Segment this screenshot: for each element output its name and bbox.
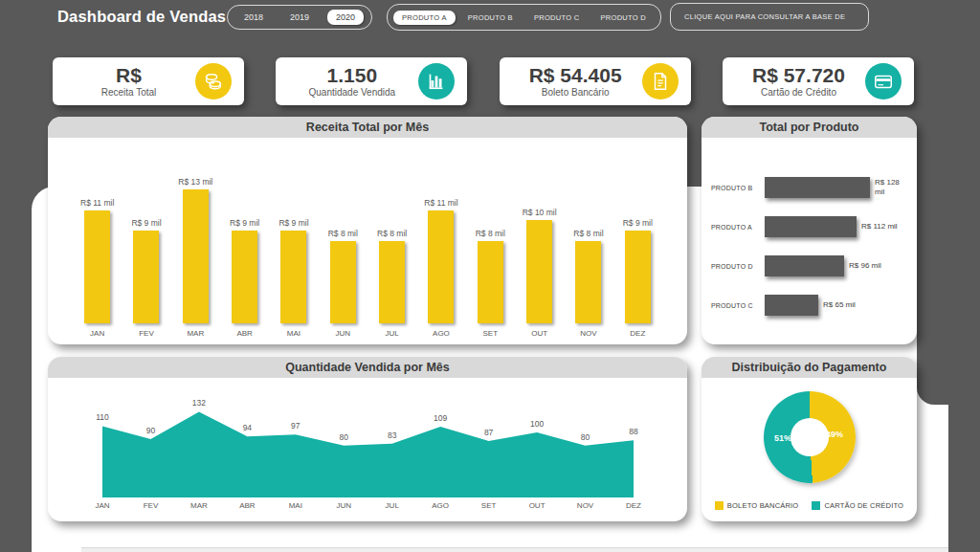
product-button-produto-c[interactable]: PRODUTO C bbox=[525, 11, 589, 25]
consult-database-button[interactable]: CLIQUE AQUI PARA CONSULTAR A BASE DE bbox=[670, 3, 869, 31]
month-label: MAR bbox=[190, 501, 208, 510]
bar-value-label: R$ 8 mil bbox=[476, 229, 505, 238]
month-label: DEZ bbox=[630, 329, 645, 341]
legend-item-cart-o-de-cr-dito: CARTÃO DE CRÉDITO bbox=[812, 501, 903, 510]
month-label: JUN bbox=[336, 329, 351, 341]
area-value-label: 132 bbox=[192, 398, 206, 408]
area-value-label: 109 bbox=[434, 413, 447, 423]
product-value-label: R$ 65 mil bbox=[823, 300, 856, 310]
bar-value-label: R$ 8 mil bbox=[377, 229, 407, 238]
bar-column-mai: R$ 9 milMAI bbox=[269, 218, 318, 341]
revenue-bar[interactable] bbox=[280, 231, 306, 323]
kpi-label: Receita Total bbox=[62, 87, 195, 98]
right-margin-patch bbox=[917, 187, 980, 405]
revenue-chart-panel: Receita Total por Mês R$ 11 milJANR$ 9 m… bbox=[48, 117, 687, 344]
month-label: NOV bbox=[580, 329, 596, 341]
credit-card-icon bbox=[865, 63, 902, 99]
bar-value-label: R$ 10 mil bbox=[523, 208, 557, 217]
page-title: Dashboard de Vendas bbox=[57, 8, 226, 26]
month-label: SET bbox=[481, 501, 497, 510]
year-button-2020[interactable]: 2020 bbox=[327, 10, 364, 25]
product-bar[interactable] bbox=[765, 177, 870, 198]
product-bar[interactable] bbox=[765, 255, 844, 276]
bar-column-abr: R$ 9 milABR bbox=[220, 218, 269, 341]
product-bar[interactable] bbox=[765, 216, 857, 237]
kpi-text: R$Receita Total bbox=[53, 65, 195, 98]
legend-swatch bbox=[715, 501, 724, 510]
bar-value-label: R$ 8 mil bbox=[573, 229, 603, 238]
bar-column-jul: R$ 8 milJUL bbox=[368, 229, 416, 341]
revenue-bar[interactable] bbox=[232, 231, 257, 323]
year-button-2018[interactable]: 2018 bbox=[235, 10, 272, 25]
month-label: OUT bbox=[529, 501, 546, 510]
area-value-label: 80 bbox=[581, 432, 590, 442]
revenue-bar[interactable] bbox=[133, 231, 159, 323]
year-button-2019[interactable]: 2019 bbox=[281, 10, 318, 25]
quantity-chart-panel: Quantidade Vendida por Mês 110JAN90FEV13… bbox=[48, 357, 687, 521]
quantity-area-series[interactable] bbox=[61, 407, 674, 497]
month-label: FEV bbox=[139, 329, 154, 341]
month-label: JUN bbox=[336, 501, 351, 510]
coins-icon bbox=[195, 63, 232, 99]
kpi-value: R$ bbox=[62, 65, 195, 86]
area-value-label: 87 bbox=[484, 428, 493, 437]
product-button-produto-d[interactable]: PRODUTO D bbox=[591, 11, 655, 25]
revenue-bar[interactable] bbox=[526, 220, 552, 323]
revenue-bar[interactable] bbox=[84, 210, 110, 323]
area-value-label: 110 bbox=[96, 412, 109, 422]
month-label: JUL bbox=[386, 501, 399, 510]
revenue-bar[interactable] bbox=[330, 241, 356, 323]
area-value-label: 88 bbox=[629, 427, 637, 436]
product-row-produto-b: PRODUTO BR$ 128 mil bbox=[711, 176, 909, 199]
revenue-bar[interactable] bbox=[478, 241, 503, 323]
area-value-label: 100 bbox=[530, 419, 544, 429]
revenue-bar[interactable] bbox=[625, 231, 651, 323]
kpi-text: 1.150Quantidade Vendida bbox=[276, 65, 418, 98]
donut-chart[interactable]: 49%51% bbox=[764, 391, 856, 483]
product-label: PRODUTO C bbox=[711, 302, 765, 309]
payment-chart-title: Distribuição do Pagamento bbox=[702, 357, 917, 378]
month-label: NOV bbox=[577, 501, 593, 510]
area-chart: 110JAN90FEV132MAR94ABR97MAI80JUN83JUL109… bbox=[61, 378, 674, 521]
month-label: MAI bbox=[287, 329, 301, 341]
bar-column-out: R$ 10 milOUT bbox=[515, 208, 564, 341]
kpi-card-quantidade-vendida: 1.150Quantidade Vendida bbox=[276, 57, 467, 105]
product-chart-panel: Total por Produto PRODUTO BR$ 128 milPRO… bbox=[702, 117, 917, 344]
bar-column-mar: R$ 13 milMAR bbox=[171, 177, 220, 341]
product-button-produto-b[interactable]: PRODUTO B bbox=[459, 11, 522, 25]
month-label: MAI bbox=[289, 501, 302, 510]
month-label: JAN bbox=[95, 501, 109, 510]
bottom-strip bbox=[81, 547, 948, 552]
bar-value-label: R$ 11 mil bbox=[80, 198, 114, 208]
revenue-chart-title: Receita Total por Mês bbox=[48, 117, 687, 138]
revenue-bar[interactable] bbox=[183, 189, 209, 323]
bar-value-label: R$ 9 mil bbox=[230, 218, 259, 228]
legend-item-boleto-banc-rio: BOLETO BANCÁRIO bbox=[715, 501, 799, 510]
product-button-produto-a[interactable]: PRODUTO A bbox=[393, 11, 456, 25]
kpi-label: Cartão de Crédito bbox=[732, 87, 865, 98]
kpi-card-cart-o-de-cr-dito: R$ 57.720Cartão de Crédito bbox=[723, 57, 914, 105]
kpi-value: 1.150 bbox=[285, 65, 418, 86]
bar-value-label: R$ 11 mil bbox=[424, 198, 457, 208]
product-bar[interactable] bbox=[765, 295, 818, 316]
month-label: ABR bbox=[236, 329, 252, 341]
product-toggle-group: PRODUTO APRODUTO BPRODUTO CPRODUTO D bbox=[387, 4, 661, 31]
area-value-label: 90 bbox=[146, 426, 155, 435]
month-label: FEV bbox=[144, 501, 159, 510]
pie-percent-label-boleto-banc-rio: 49% bbox=[826, 430, 843, 439]
product-label: PRODUTO D bbox=[711, 263, 765, 270]
top-bar: Dashboard de Vendas 201820192020 PRODUTO… bbox=[0, 0, 980, 42]
bar-column-set: R$ 8 milSET bbox=[466, 229, 515, 341]
revenue-bar[interactable] bbox=[379, 241, 405, 323]
revenue-bar[interactable] bbox=[428, 210, 454, 323]
month-label: ABR bbox=[239, 501, 255, 510]
kpi-label: Boleto Bancário bbox=[509, 87, 642, 98]
bar-value-label: R$ 9 mil bbox=[278, 218, 308, 228]
area-value-label: 97 bbox=[291, 421, 300, 431]
kpi-row: R$Receita Total1.150Quantidade VendidaR$… bbox=[53, 57, 914, 105]
legend-label: CARTÃO DE CRÉDITO bbox=[824, 501, 903, 510]
bar-value-label: R$ 13 mil bbox=[178, 177, 212, 187]
product-value-label: R$ 96 mil bbox=[849, 261, 881, 271]
product-value-label: R$ 128 mil bbox=[875, 178, 909, 196]
revenue-bar[interactable] bbox=[575, 241, 601, 323]
